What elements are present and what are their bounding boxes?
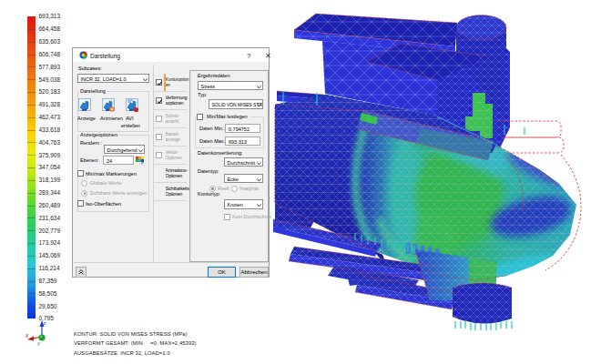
- svg-text:x: x: [25, 332, 29, 339]
- svg-text:y: y: [36, 340, 41, 346]
- svg-text:z: z: [43, 320, 46, 326]
